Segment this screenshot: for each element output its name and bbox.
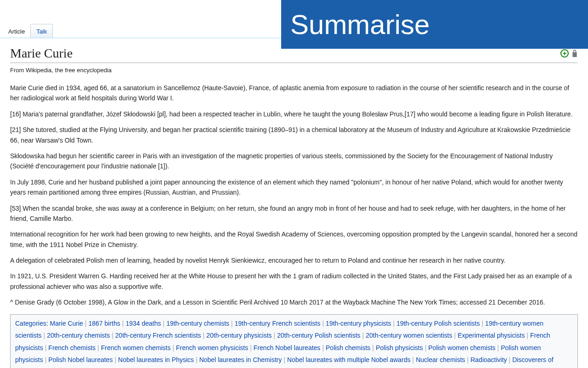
category-link[interactable]: Polish chemists <box>326 344 370 351</box>
page-title-row: Marie Curie + <box>10 46 578 63</box>
category-separator: | <box>161 320 166 327</box>
paragraph: [53] When the scandal broke, she was awa… <box>10 203 578 224</box>
paragraph: [16] Maria's paternal grandfather, Józef… <box>10 109 578 119</box>
category-separator: | <box>229 320 235 327</box>
category-separator: | <box>391 320 397 327</box>
category-separator: | <box>201 332 207 339</box>
category-separator: | <box>423 344 429 351</box>
article-content: Marie Curie + From Wikipedia, the free e… <box>10 46 578 368</box>
paragraph: [21] She tutored, studied at the Flying … <box>10 125 578 145</box>
category-link[interactable]: Nobel laureates in Physics <box>118 356 194 363</box>
category-separator: | <box>320 320 326 327</box>
category-separator: | <box>110 332 115 339</box>
category-separator: | <box>525 332 530 339</box>
category-link[interactable]: 19th-century Polish scientists <box>396 320 480 327</box>
category-link[interactable]: Polish women chemists <box>428 344 495 351</box>
category-link[interactable]: 19th-century French scientists <box>235 320 321 327</box>
banner-title: Summarise <box>290 9 430 40</box>
article-body: Marie Curie died in 1934, aged 66, at a … <box>10 83 578 308</box>
category-link[interactable]: Radioactivity <box>470 356 507 363</box>
category-link[interactable]: French women physicists <box>176 344 248 351</box>
category-separator: | <box>465 356 471 363</box>
category-link[interactable]: Polish Nobel laureates <box>48 356 113 363</box>
category-separator: | <box>480 320 485 327</box>
lock-icon <box>571 50 578 57</box>
category-separator: | <box>452 332 458 339</box>
category-separator: | <box>282 356 287 363</box>
category-separator: | <box>170 344 176 351</box>
category-separator: | <box>370 344 376 351</box>
paragraph: Skłodowska had begun her scientific care… <box>10 151 578 172</box>
category-link[interactable]: French women chemists <box>101 344 171 351</box>
category-link[interactable]: 19th-century physicists <box>326 320 391 327</box>
category-separator: | <box>272 332 277 339</box>
category-separator: | <box>113 356 118 363</box>
category-link[interactable]: 20th-century French scientists <box>115 332 201 339</box>
category-link[interactable]: Marie Curie <box>50 320 83 327</box>
paragraph: International recognition for her work h… <box>10 229 578 250</box>
good-article-icon[interactable]: + <box>560 49 569 58</box>
paragraph: Marie Curie died in 1934, aged 66, at a … <box>10 83 578 104</box>
category-separator: | <box>320 344 326 351</box>
page-subtitle: From Wikipedia, the free encyclopedia <box>10 67 578 74</box>
category-separator: | <box>507 356 513 363</box>
category-separator: | <box>43 344 49 351</box>
category-link[interactable]: 1934 deaths <box>125 320 161 327</box>
category-link[interactable]: 1867 births <box>88 320 120 327</box>
tab-talk[interactable]: Talk <box>30 24 53 38</box>
paragraph: A delegation of celebrated Polish men of… <box>10 255 578 265</box>
category-link[interactable]: 20th-century physicists <box>206 332 271 339</box>
category-link[interactable]: French Nobel laureates <box>254 344 321 351</box>
categories-box: Categories: Marie Curie|1867 births|1934… <box>10 314 578 368</box>
tab-article[interactable]: Article <box>3 24 30 38</box>
category-separator: | <box>496 344 501 351</box>
category-link[interactable]: 20th-century chemists <box>47 332 110 339</box>
title-icons: + <box>560 49 578 58</box>
categories-link[interactable]: Categories <box>15 320 46 327</box>
page-tabs: Article Talk <box>3 23 53 38</box>
paragraph: In July 1898, Curie and her husband publ… <box>10 177 578 198</box>
category-link[interactable]: 19th-century chemists <box>166 320 229 327</box>
category-link[interactable]: 20th-century Polish scientists <box>277 332 360 339</box>
categories-label: Categories: <box>15 320 50 327</box>
category-separator: | <box>43 356 49 363</box>
page-title: Marie Curie <box>10 46 73 61</box>
category-separator: | <box>96 344 101 351</box>
category-link[interactable]: Nobel laureates with multiple Nobel awar… <box>287 356 410 363</box>
category-separator: | <box>248 344 254 351</box>
paragraph: ^ Denise Grady (6 October 1998), A Glow … <box>10 297 578 307</box>
category-link[interactable]: Nobel laureates in Chemistry <box>199 356 282 363</box>
summarise-banner: Summarise <box>281 0 588 49</box>
category-link[interactable]: Nuclear chemists <box>416 356 465 363</box>
category-link[interactable]: Polish physicists <box>376 344 423 351</box>
paragraph: In 1921, U.S. President Warren G. Hardin… <box>10 271 578 292</box>
category-separator: | <box>83 320 89 327</box>
category-link[interactable]: 20th-century women scientists <box>366 332 452 339</box>
category-separator: | <box>361 332 366 339</box>
category-separator: | <box>411 356 416 363</box>
category-separator: | <box>42 332 47 339</box>
category-separator: | <box>120 320 126 327</box>
category-link[interactable]: French chemists <box>48 344 96 351</box>
category-separator: | <box>194 356 199 363</box>
category-link[interactable]: Experimental physicists <box>458 332 525 339</box>
